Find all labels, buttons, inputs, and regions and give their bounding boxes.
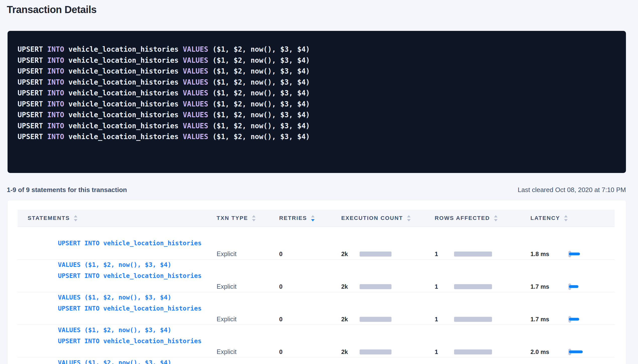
statements-count-text: 1-9 of 9 statements for this transaction (7, 186, 127, 194)
summary-bar: 1-9 of 9 statements for this transaction… (7, 186, 626, 194)
execution-count-cell: 2k (331, 251, 425, 258)
execution-count-bar (360, 252, 391, 257)
sql-code-line: UPSERT INTO vehicle_location_histories V… (18, 88, 615, 99)
sort-down-icon (311, 219, 315, 221)
sort-up-icon (74, 215, 77, 217)
table-body: UPSERT INTO vehicle_location_histories V… (18, 227, 615, 357)
latency-bar-chart (568, 349, 583, 355)
sort-arrows-icon (74, 215, 77, 221)
latency-cell: 1.8 ms (520, 251, 615, 258)
column-header-label: RETRIES (279, 215, 307, 221)
execution-count-bar (360, 284, 391, 289)
rows-affected-bar (454, 252, 492, 257)
latency-bar (569, 253, 580, 255)
latency-bar-chart (568, 283, 578, 290)
sort-up-icon (252, 215, 256, 217)
sql-code-line: UPSERT INTO vehicle_location_histories V… (18, 109, 615, 120)
sort-down-icon (564, 219, 568, 221)
sort-arrows-icon (252, 215, 256, 221)
execution-count-bar (360, 317, 391, 322)
sql-code-line: UPSERT INTO vehicle_location_histories V… (18, 99, 615, 110)
sql-code-line: UPSERT INTO vehicle_location_histories V… (18, 120, 615, 132)
rows-affected-cell: 1 (425, 316, 520, 323)
latency-bar-chart (568, 316, 579, 323)
table-row: UPSERT INTO vehicle_location_histories V… (18, 292, 615, 325)
sort-arrows-icon (311, 215, 315, 221)
sort-arrows-icon (407, 215, 411, 221)
column-header-rows-affected[interactable]: ROWS AFFECTED (425, 215, 520, 221)
latency-bar (569, 350, 583, 353)
sql-code-line: UPSERT INTO vehicle_location_histories V… (18, 66, 615, 77)
column-header-label: EXECUTION COUNT (341, 215, 403, 221)
retries-cell: 0 (269, 283, 331, 290)
column-header-execution-count[interactable]: EXECUTION COUNT (331, 215, 425, 221)
latency-cell: 1.7 ms (520, 316, 615, 323)
retries-cell: 0 (269, 316, 331, 323)
statement-link[interactable]: UPSERT INTO vehicle_location_histories V… (28, 325, 202, 364)
sort-down-icon (252, 219, 256, 221)
column-header-label: ROWS AFFECTED (435, 215, 490, 221)
sort-down-icon (494, 219, 498, 221)
txn-type-cell: Explicit (207, 316, 269, 323)
sort-up-icon (311, 215, 315, 217)
column-header-label: LATENCY (530, 215, 560, 221)
sort-up-icon (564, 215, 568, 217)
latency-cell: 2.0 ms (520, 348, 615, 355)
sort-down-icon (407, 219, 411, 221)
statements-table-card: STATEMENTS TXN TYPE RETRIES EXECUTION CO… (8, 200, 626, 364)
sort-down-icon (74, 219, 77, 221)
column-header-label: TXN TYPE (217, 215, 248, 221)
execution-count-bar (360, 349, 391, 354)
column-header-label: STATEMENTS (28, 215, 70, 221)
last-cleared-text: Last cleared Oct 08, 2020 at 7:10 PM (518, 186, 626, 194)
rows-affected-bar (454, 284, 492, 289)
column-header-statements[interactable]: STATEMENTS (18, 215, 207, 221)
rows-affected-cell: 1 (425, 251, 520, 258)
statement-cell: UPSERT INTO vehicle_location_histories V… (18, 325, 207, 364)
txn-type-cell: Explicit (207, 283, 269, 290)
rows-affected-bar (454, 349, 492, 354)
txn-type-cell: Explicit (207, 250, 269, 258)
latency-cell: 1.7 ms (520, 283, 615, 290)
latency-bar (569, 285, 578, 288)
sql-code-line: UPSERT INTO vehicle_location_histories V… (18, 55, 615, 66)
sort-up-icon (494, 215, 498, 217)
execution-count-cell: 2k (331, 348, 425, 355)
sql-code-line: UPSERT INTO vehicle_location_histories V… (18, 131, 615, 142)
retries-cell: 0 (269, 348, 331, 355)
rows-affected-cell: 1 (425, 283, 520, 290)
page-title: Transaction Details (7, 4, 638, 15)
table-header-row: STATEMENTS TXN TYPE RETRIES EXECUTION CO… (18, 210, 615, 227)
table-row: UPSERT INTO vehicle_location_histories V… (18, 227, 615, 260)
column-header-latency[interactable]: LATENCY (520, 215, 615, 221)
column-header-txn-type[interactable]: TXN TYPE (207, 215, 269, 221)
rows-affected-cell: 1 (425, 348, 520, 355)
rows-affected-bar (454, 317, 492, 322)
sort-arrows-icon (564, 215, 568, 221)
execution-count-cell: 2k (331, 283, 425, 290)
latency-bar-chart (568, 251, 580, 257)
txn-type-cell: Explicit (207, 348, 269, 355)
sort-up-icon (407, 215, 411, 217)
sort-arrows-icon (494, 215, 498, 221)
transaction-sql-box: UPSERT INTO vehicle_location_histories V… (8, 31, 626, 173)
table-row: UPSERT INTO vehicle_location_histories V… (18, 260, 615, 292)
latency-bar (569, 318, 579, 321)
sql-code-line: UPSERT INTO vehicle_location_histories V… (18, 77, 615, 88)
execution-count-cell: 2k (331, 316, 425, 323)
sql-code-line: UPSERT INTO vehicle_location_histories V… (18, 44, 615, 55)
retries-cell: 0 (269, 251, 331, 258)
column-header-retries[interactable]: RETRIES (269, 215, 331, 221)
table-row: UPSERT INTO vehicle_location_histories V… (18, 325, 615, 357)
